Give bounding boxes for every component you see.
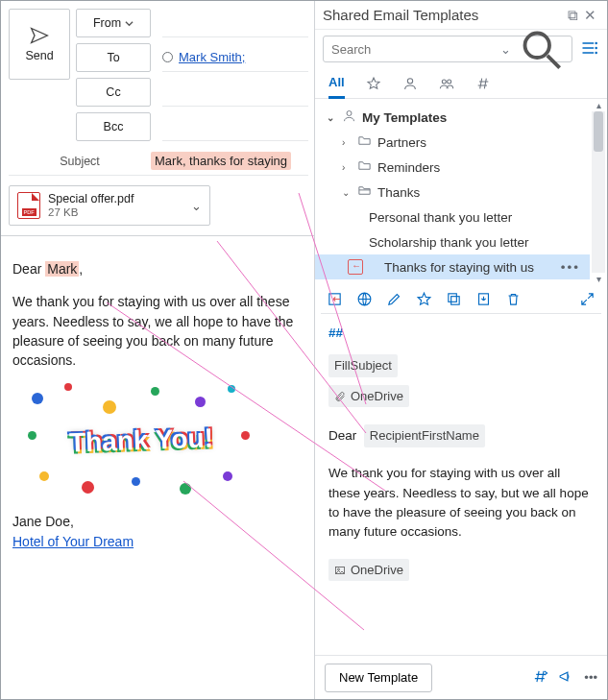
send-button[interactable]: Send: [9, 9, 70, 80]
search-icon[interactable]: [517, 25, 566, 74]
chevron-down-icon: [125, 19, 134, 28]
filter-tabs: All: [315, 68, 607, 99]
subject-label: Subject: [9, 155, 151, 168]
tree-scrollbar[interactable]: ▴ ▾: [592, 99, 605, 285]
tree-root[interactable]: ⌄ My Templates: [315, 105, 590, 130]
image-icon: [334, 565, 346, 576]
svg-point-7: [447, 80, 450, 84]
expand-button[interactable]: [579, 291, 596, 307]
preview-greeting: Dear RecipientFirstName: [328, 421, 594, 451]
chip-recipient-token[interactable]: RecipientFirstName: [364, 424, 485, 447]
hash-action-icon[interactable]: [532, 668, 548, 688]
svg-point-0: [525, 33, 550, 58]
new-template-button[interactable]: New Template: [325, 664, 432, 692]
delete-button[interactable]: [505, 291, 522, 307]
svg-point-4: [595, 51, 597, 54]
recipient-chip[interactable]: Mark Smith;: [179, 50, 245, 64]
copy-button[interactable]: [446, 291, 462, 307]
subject-value[interactable]: Mark, thanks for staying: [151, 152, 291, 170]
edit-button[interactable]: [386, 291, 402, 307]
popout-icon[interactable]: ⧉: [565, 5, 581, 26]
people-icon: [439, 76, 454, 91]
from-button[interactable]: From: [76, 9, 151, 37]
email-body[interactable]: Dear Mark, We thank you for staying with…: [9, 246, 308, 551]
bcc-button[interactable]: Bcc: [76, 112, 151, 141]
more-icon[interactable]: •••: [584, 670, 597, 685]
svg-rect-11: [451, 297, 460, 305]
signoff-link[interactable]: Hotel of Your Dream: [12, 534, 134, 549]
compose-pane: Send From To Cc Bcc Mark Smith;: [1, 1, 315, 699]
svg-rect-12: [449, 294, 457, 302]
to-button[interactable]: To: [76, 43, 151, 72]
person-icon: [402, 76, 418, 91]
cc-value[interactable]: [162, 78, 308, 107]
tab-all[interactable]: All: [328, 69, 345, 99]
tree-item-personal[interactable]: Personal thank you letter: [315, 205, 590, 229]
scroll-up-icon[interactable]: ▴: [596, 99, 601, 111]
from-value[interactable]: [162, 9, 308, 37]
star-icon: [366, 76, 381, 91]
chevron-down-icon[interactable]: ⌄: [500, 42, 511, 57]
tree-item-selected[interactable]: Thanks for staying with us •••: [315, 254, 590, 279]
attachment-chip[interactable]: Special offer.pdf 27 KB ⌄: [9, 185, 210, 226]
person-icon: [342, 109, 356, 126]
tab-team[interactable]: [439, 68, 454, 98]
attachments-row: Special offer.pdf 27 KB ⌄: [9, 185, 308, 226]
to-value[interactable]: Mark Smith;: [162, 43, 308, 72]
scroll-track[interactable]: [592, 111, 605, 273]
chip-onedrive-image[interactable]: OneDrive: [328, 559, 409, 582]
insert-button[interactable]: [327, 291, 343, 307]
preview-paragraph: We thank you for staying with us over al…: [328, 464, 594, 542]
templates-pane: Shared Email Templates ⧉ ✕ ⌄ All ⌄: [315, 1, 607, 699]
tree-item-scholarship[interactable]: Scholarship thank you letter: [315, 229, 590, 254]
search-input[interactable]: [329, 41, 495, 58]
send-label: Send: [25, 49, 53, 62]
scroll-down-icon[interactable]: ▾: [596, 273, 601, 285]
chevron-down-icon[interactable]: ⌄: [191, 199, 202, 213]
chip-fillsubject[interactable]: FillSubject: [328, 354, 398, 377]
svg-point-5: [407, 78, 412, 83]
body-paragraph: We thank you for staying with us over al…: [12, 292, 304, 370]
chip-onedrive-attach[interactable]: OneDrive: [328, 385, 409, 408]
settings-icon[interactable]: [580, 38, 599, 60]
more-icon[interactable]: •••: [561, 260, 580, 275]
cc-button[interactable]: Cc: [76, 78, 151, 107]
thankyou-text: Thank You!: [69, 425, 214, 457]
template-preview: ## FillSubject OneDrive Dear RecipientFi…: [315, 314, 607, 655]
favorite-button[interactable]: [416, 291, 432, 307]
folder-icon: [357, 133, 372, 151]
compose-header: Send From To Cc Bcc Mark Smith;: [9, 9, 308, 141]
caret-right-icon: ›: [342, 162, 352, 173]
svg-line-1: [547, 55, 560, 67]
svg-point-6: [442, 80, 446, 84]
tab-person[interactable]: [402, 68, 418, 98]
announce-icon[interactable]: [558, 668, 574, 688]
template-toolbar: [315, 285, 607, 313]
template-tree: ⌄ My Templates › Partners › Reminders ⌄ …: [315, 99, 607, 285]
svg-point-8: [347, 111, 352, 116]
tree-folder-partners[interactable]: › Partners: [315, 130, 590, 155]
close-icon[interactable]: ✕: [581, 5, 599, 26]
app-root: Send From To Cc Bcc Mark Smith;: [0, 0, 608, 700]
folder-icon: [357, 158, 372, 176]
signoff-name: Jane Doe,: [12, 512, 304, 531]
web-button[interactable]: [356, 291, 373, 307]
tree-folder-thanks[interactable]: ⌄ Thanks: [315, 180, 590, 205]
send-icon: [29, 26, 50, 45]
attachment-name: Special offer.pdf: [48, 192, 134, 206]
tab-favorites[interactable]: [366, 68, 381, 98]
macro-marker: ##: [328, 324, 594, 343]
greeting-name: Mark: [45, 261, 79, 277]
tree-folder-reminders[interactable]: › Reminders: [315, 155, 590, 180]
export-button[interactable]: [475, 291, 492, 307]
folder-open-icon: [357, 183, 372, 201]
divider: [1, 235, 314, 236]
search-box[interactable]: ⌄: [323, 36, 572, 62]
caret-down-icon: ⌄: [342, 187, 352, 198]
bcc-value[interactable]: [162, 112, 308, 141]
scroll-thumb[interactable]: [594, 111, 603, 152]
pdf-icon: [17, 192, 40, 219]
attachment-size: 27 KB: [48, 206, 134, 220]
address-values: Mark Smith;: [157, 9, 308, 141]
tab-hash[interactable]: [475, 68, 491, 98]
